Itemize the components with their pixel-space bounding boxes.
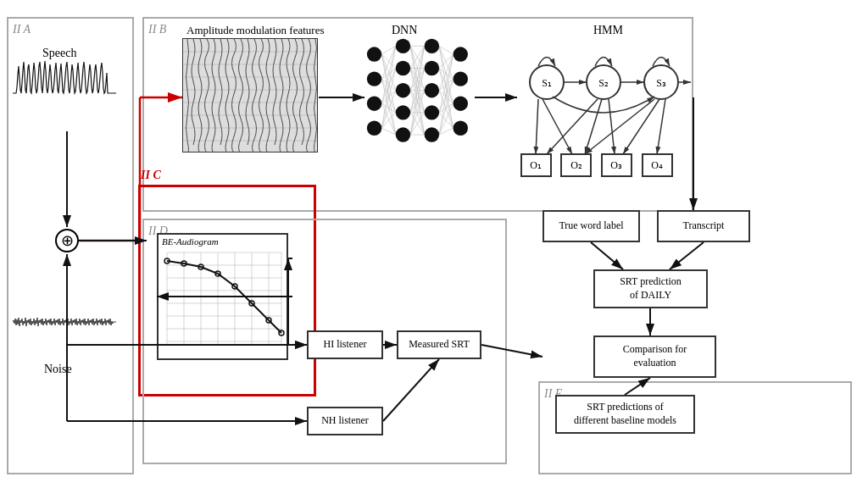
noise-text-label: Noise	[44, 363, 72, 376]
svg-line-111	[547, 99, 598, 154]
svg-point-17	[396, 127, 410, 141]
svg-text:S₁: S₁	[542, 77, 552, 89]
svg-point-19	[425, 61, 439, 75]
svg-text:O₂: O₂	[570, 159, 582, 171]
svg-line-109	[536, 99, 538, 154]
svg-line-116	[657, 99, 665, 154]
svg-point-12	[367, 121, 381, 136]
svg-point-26	[453, 121, 468, 136]
svg-line-114	[585, 99, 654, 154]
nh-listener-box: NH listener	[307, 407, 383, 435]
audiogram-box: BE-Audiogram	[157, 233, 288, 360]
diagram-container: II A II B II C II D II E Speech ⊕ Noise …	[0, 0, 868, 488]
svg-text:O₁: O₁	[530, 159, 542, 171]
section-c-label: II C	[141, 169, 161, 182]
svg-rect-0	[183, 39, 318, 152]
svg-point-13	[396, 39, 410, 53]
svg-line-46	[381, 128, 395, 135]
svg-line-91	[439, 128, 453, 135]
comparison-box: Comparison forevaluation	[593, 336, 716, 378]
svg-point-9	[367, 47, 381, 61]
noise-waveform	[13, 288, 116, 356]
svg-point-11	[367, 96, 381, 110]
svg-line-39	[381, 91, 395, 104]
svg-point-18	[425, 39, 439, 53]
svg-point-25	[453, 96, 468, 110]
section-a-label: II A	[13, 23, 31, 36]
svg-point-24	[453, 71, 468, 86]
hi-listener-box: HI listener	[307, 330, 383, 359]
svg-line-153	[591, 242, 623, 269]
svg-line-27	[381, 46, 395, 54]
true-word-label-box: True word label	[542, 210, 640, 242]
sum-circle: ⊕	[55, 229, 79, 252]
svg-line-72	[439, 46, 453, 54]
dnn-svg	[360, 30, 470, 161]
transcript-box: Transcript	[657, 210, 750, 242]
amp-mod-label: Amplitude modulation features	[186, 24, 324, 37]
svg-line-112	[585, 99, 602, 154]
svg-line-110	[542, 99, 572, 154]
svg-line-82	[439, 91, 453, 104]
svg-text:S₂: S₂	[598, 77, 609, 89]
srt-baseline-box: SRT predictions ofdifferent baseline mod…	[555, 395, 695, 434]
hmm-svg: S₁ S₂ S₃ O₁ O₂ O₃ O₄	[517, 36, 691, 186]
svg-line-113	[609, 99, 615, 154]
amp-mod-svg	[183, 39, 318, 152]
amp-mod-image	[182, 38, 318, 152]
svg-line-154	[670, 242, 704, 269]
svg-point-22	[425, 127, 439, 141]
audiogram-svg	[159, 248, 287, 354]
svg-text:O₃: O₃	[610, 159, 622, 171]
svg-point-15	[396, 83, 410, 97]
dnn-nodes	[364, 30, 466, 161]
svg-point-21	[425, 105, 439, 119]
svg-point-16	[396, 105, 410, 119]
svg-text:S₃: S₃	[656, 77, 666, 89]
svg-point-20	[425, 83, 439, 97]
svg-text:O₄: O₄	[651, 159, 663, 171]
section-b-label: II B	[148, 23, 166, 36]
speech-waveform	[13, 58, 116, 130]
svg-point-23	[453, 47, 468, 61]
svg-line-115	[623, 99, 659, 154]
svg-point-14	[396, 61, 410, 75]
measured-srt-box: Measured SRT	[397, 330, 481, 359]
svg-point-10	[367, 71, 381, 86]
audiogram-label: BE-Audiogram	[159, 235, 287, 248]
srt-daily-box: SRT predictionof DAILY	[593, 269, 708, 308]
